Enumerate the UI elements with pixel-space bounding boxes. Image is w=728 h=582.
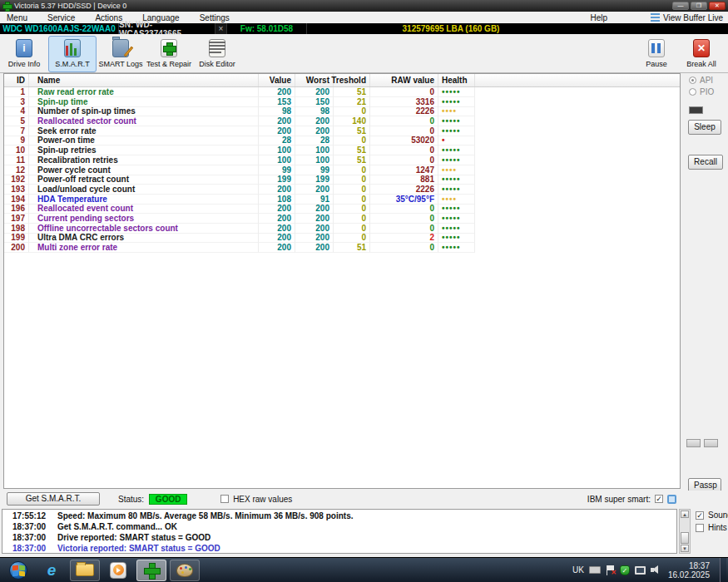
- drive-info-button[interactable]: i Drive Info: [0, 36, 48, 72]
- start-button[interactable]: [3, 560, 33, 581]
- smart-button[interactable]: S.M.A.R.T: [48, 36, 97, 72]
- ibm-super-smart-checkbox[interactable]: IBM super smart: ✓: [587, 495, 676, 504]
- cell-name: Power-off retract count: [29, 175, 259, 185]
- clock[interactable]: 18:37 16.02.2025: [668, 561, 710, 580]
- api-radio[interactable]: API: [689, 76, 728, 85]
- pause-icon: [646, 38, 667, 58]
- cell-filler: [475, 224, 680, 234]
- taskbar-item-paint[interactable]: [170, 560, 200, 581]
- table-row[interactable]: 197Current pending sectors20020000•••••: [4, 214, 680, 224]
- table-row[interactable]: 10Spin-up retries100100510•••••: [4, 146, 680, 155]
- health-dots: •••••: [438, 185, 475, 195]
- drive-model[interactable]: WDC WD1600AAJS-22WAA0: [0, 23, 119, 34]
- cell-treshold: 0: [334, 233, 370, 243]
- action-center-flag-icon[interactable]: ✕: [606, 565, 615, 575]
- break-all-button[interactable]: ✕ Break All: [678, 36, 725, 72]
- header-id[interactable]: ID: [4, 74, 29, 86]
- header-treshold[interactable]: Treshold: [334, 74, 370, 86]
- cell-treshold: 51: [334, 146, 370, 155]
- language-indicator[interactable]: UK: [572, 565, 584, 575]
- test-repair-button[interactable]: Test & Repair: [145, 36, 193, 72]
- cell-id: 4: [4, 106, 29, 116]
- network-icon[interactable]: [635, 566, 646, 575]
- table-row[interactable]: 1Raw read error rate200200510•••••: [4, 87, 680, 97]
- table-row[interactable]: 3Spin-up time153150213316•••••: [4, 97, 680, 107]
- drive-info-icon: i: [13, 38, 35, 58]
- menu-item-service[interactable]: Service: [37, 13, 85, 22]
- security-shield-icon[interactable]: ✓: [620, 565, 630, 575]
- hex-raw-values-checkbox[interactable]: HEX raw values: [220, 495, 292, 504]
- drive-close-icon[interactable]: ×: [215, 23, 227, 34]
- cell-worst: 200: [295, 87, 334, 97]
- log-scrollbar[interactable]: ▲ ▼: [679, 509, 691, 554]
- test-repair-label: Test & Repair: [146, 60, 191, 68]
- scroll-thumb[interactable]: [681, 532, 689, 544]
- cell-name: Power-on time: [29, 136, 259, 146]
- table-row[interactable]: 194HDA Temperature10891035°C/95°F••••: [4, 195, 680, 205]
- window-title: Victoria 5.37 HDD/SSD | Device 0: [14, 2, 126, 10]
- cell-name: Offline uncorrectable sectors count: [29, 224, 259, 234]
- show-desktop-button[interactable]: [720, 558, 726, 582]
- sound-checkbox[interactable]: ✓ Sound: [696, 510, 728, 520]
- header-health[interactable]: Health: [438, 74, 475, 86]
- log-time: 17:55:12: [2, 511, 46, 520]
- table-row[interactable]: 4Number of spin-up times989802226••••: [4, 106, 680, 116]
- hex-checkbox-label: HEX raw values: [233, 495, 292, 504]
- table-row[interactable]: 192Power-off retract count1991990881••••…: [4, 175, 680, 185]
- close-button[interactable]: ✕: [709, 2, 726, 10]
- table-row[interactable]: 9Power-on time2828053020•: [4, 136, 680, 146]
- taskbar-item-ie[interactable]: e: [37, 560, 67, 581]
- menu-item-help[interactable]: Help: [581, 13, 618, 22]
- folder-icon: [110, 38, 131, 58]
- table-row[interactable]: 7Seek error rate200200510•••••: [4, 126, 680, 136]
- table-row[interactable]: 11Recalibration retries100100510•••••: [4, 155, 680, 165]
- ibm-label: IBM super smart:: [587, 495, 651, 504]
- cell-id: 193: [4, 185, 29, 195]
- mini-button-left[interactable]: [686, 439, 701, 447]
- smart-logs-button[interactable]: SMART Logs: [97, 36, 145, 72]
- mini-button-right[interactable]: [704, 439, 718, 447]
- disk-editor-button[interactable]: Disk Editor: [193, 36, 241, 72]
- get-smart-button[interactable]: Get S.M.A.R.T.: [7, 492, 100, 506]
- cell-raw-value: 0: [370, 243, 438, 253]
- table-row[interactable]: 200Multi zone error rate200200510•••••: [4, 243, 680, 253]
- cell-id: 196: [4, 204, 29, 214]
- recall-button[interactable]: Recall: [688, 155, 723, 170]
- cell-raw-value: 0: [370, 126, 438, 136]
- table-row[interactable]: 198Offline uncorrectable sectors count20…: [4, 224, 680, 234]
- cell-id: 192: [4, 175, 29, 185]
- sleep-button[interactable]: Sleep: [688, 120, 721, 135]
- cell-raw-value: 1247: [370, 165, 438, 175]
- scroll-down-icon[interactable]: ▼: [681, 545, 689, 552]
- health-dots: •••••: [438, 233, 475, 243]
- header-worst[interactable]: Worst: [295, 74, 334, 86]
- minimize-button[interactable]: —: [672, 2, 689, 10]
- header-raw-value[interactable]: RAW value: [370, 74, 438, 86]
- cell-id: 199: [4, 233, 29, 243]
- table-row[interactable]: 196Reallocated event count20020000•••••: [4, 204, 680, 214]
- table-row[interactable]: 199Ultra DMA CRC errors20020002•••••: [4, 233, 680, 243]
- ibm-indicator-icon[interactable]: [667, 495, 676, 504]
- speaker-icon[interactable]: [651, 565, 660, 575]
- table-row[interactable]: 193Load/unload cycle count20020002226•••…: [4, 185, 680, 195]
- table-row[interactable]: 5Reallocated sector count2002001400•••••: [4, 116, 680, 126]
- cell-worst: 28: [295, 136, 334, 146]
- header-name[interactable]: Name: [29, 74, 259, 86]
- scroll-up-icon[interactable]: ▲: [681, 510, 689, 518]
- taskbar-item-victoria[interactable]: [136, 560, 166, 581]
- table-row[interactable]: 12Power cycle count999901247••••: [4, 165, 680, 175]
- taskbar-item-media-player[interactable]: [103, 560, 133, 581]
- cell-raw-value: 881: [370, 175, 438, 185]
- header-value[interactable]: Value: [259, 74, 295, 86]
- taskbar-item-explorer[interactable]: [70, 560, 100, 581]
- cell-worst: 98: [295, 106, 334, 116]
- cell-value: 98: [259, 106, 295, 116]
- maximize-button[interactable]: ❐: [691, 2, 707, 10]
- menu-item-menu[interactable]: Menu: [0, 13, 37, 22]
- hints-checkbox[interactable]: Hints: [696, 523, 728, 532]
- pio-radio[interactable]: PIO: [689, 87, 728, 96]
- keyboard-icon[interactable]: [589, 566, 601, 574]
- view-buffer-live-button[interactable]: View Buffer Live: [651, 13, 728, 22]
- pause-button[interactable]: Pause: [635, 36, 678, 72]
- status-label: Status:: [118, 495, 144, 504]
